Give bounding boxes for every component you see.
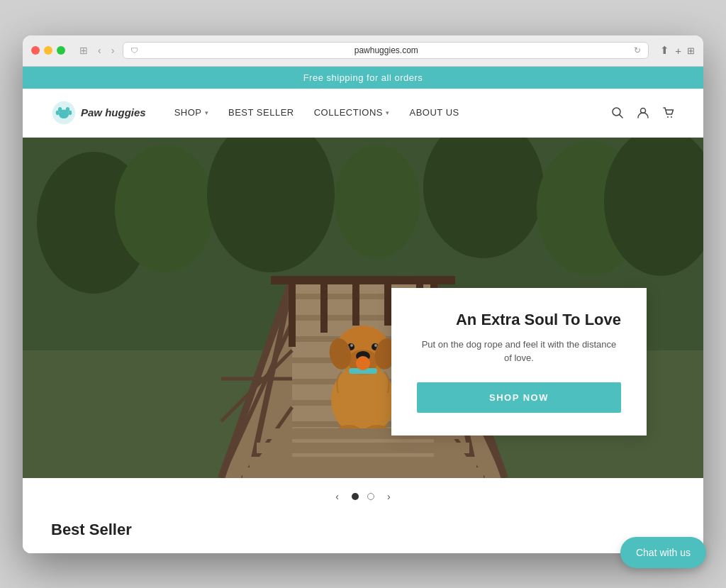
carousel-dot-1[interactable] <box>352 493 359 500</box>
carousel-next-button[interactable]: › <box>383 489 395 504</box>
nav-about-us[interactable]: ABOUT US <box>409 107 459 118</box>
shield-icon: 🛡 <box>130 46 138 55</box>
forward-button[interactable]: › <box>108 43 118 57</box>
svg-point-56 <box>374 344 377 347</box>
main-nav: SHOP ▾ BEST SELLER COLLECTIONS ▾ ABOUT U… <box>174 107 611 118</box>
nav-best-seller[interactable]: BEST SELLER <box>228 107 294 118</box>
sidebar-toggle-icon[interactable]: ⊞ <box>77 43 91 57</box>
hero-card: An Extra Soul To Love Put on the dog rop… <box>391 288 647 436</box>
carousel-prev-button[interactable]: ‹ <box>331 489 343 504</box>
announcement-text: Free shipping for all orders <box>303 72 423 83</box>
grid-icon[interactable]: ⊞ <box>687 45 695 56</box>
svg-point-10 <box>671 116 672 118</box>
collections-chevron-icon: ▾ <box>386 109 390 116</box>
svg-rect-46 <box>384 276 391 326</box>
svg-line-7 <box>620 114 623 118</box>
carousel-navigation: ‹ › <box>23 478 703 515</box>
chat-button[interactable]: Chat with us <box>620 537 706 568</box>
site-header: Paw huggies SHOP ▾ BEST SELLER COLLECTIO… <box>23 89 703 138</box>
svg-point-5 <box>69 110 72 114</box>
search-icon[interactable] <box>611 106 624 119</box>
logo-name: Paw huggies <box>81 106 146 119</box>
svg-rect-65 <box>250 457 476 467</box>
account-icon[interactable] <box>637 106 649 119</box>
maximize-button[interactable] <box>57 46 65 55</box>
svg-rect-42 <box>271 276 455 284</box>
hero-card-title: An Extra Soul To Love <box>417 311 621 329</box>
browser-titlebar: ⊞ ‹ › 🛡 pawhuggies.com ↻ ⬆ + ⊞ <box>23 35 703 67</box>
logo[interactable]: Paw huggies <box>51 100 146 126</box>
best-seller-title: Best Seller <box>51 521 675 539</box>
hero-section: An Extra Soul To Love Put on the dog rop… <box>23 138 703 478</box>
nav-about-us-label: ABOUT US <box>409 107 459 118</box>
svg-rect-43 <box>289 276 296 347</box>
address-bar[interactable]: 🛡 pawhuggies.com ↻ <box>123 42 649 59</box>
url-display: pawhuggies.com <box>143 45 630 55</box>
browser-controls: ⊞ ‹ › <box>77 43 117 57</box>
nav-shop-label: SHOP <box>174 107 202 118</box>
svg-rect-66 <box>242 467 484 478</box>
nav-shop[interactable]: SHOP ▾ <box>174 107 208 118</box>
logo-icon <box>51 100 77 126</box>
close-button[interactable] <box>31 46 40 55</box>
svg-point-55 <box>350 344 353 347</box>
hero-card-subtitle: Put on the dog rope and feel it with the… <box>417 338 621 365</box>
svg-point-14 <box>115 145 214 272</box>
shop-chevron-icon: ▾ <box>205 109 209 116</box>
svg-rect-45 <box>352 276 359 326</box>
announcement-bar: Free shipping for all orders <box>23 67 703 89</box>
nav-collections-label: COLLECTIONS <box>314 107 383 118</box>
best-seller-section: Best Seller <box>23 515 703 553</box>
minimize-button[interactable] <box>44 46 52 55</box>
svg-rect-44 <box>320 276 328 333</box>
svg-point-60 <box>356 356 370 370</box>
new-tab-icon[interactable]: + <box>675 45 681 57</box>
website-content: Free shipping for all orders Paw huggies <box>23 67 703 553</box>
cart-icon[interactable] <box>662 106 675 119</box>
share-icon[interactable]: ⬆ <box>660 44 669 57</box>
browser-actions: ⬆ + ⊞ <box>660 44 695 57</box>
reload-icon[interactable]: ↻ <box>634 45 641 55</box>
svg-point-9 <box>667 116 669 118</box>
nav-icons <box>611 106 675 119</box>
shop-now-button[interactable]: SHOP NOW <box>417 382 621 413</box>
svg-point-4 <box>56 110 60 114</box>
svg-point-16 <box>335 145 420 258</box>
browser-window: ⊞ ‹ › 🛡 pawhuggies.com ↻ ⬆ + ⊞ Free ship… <box>23 35 703 553</box>
back-button[interactable]: ‹ <box>95 43 104 57</box>
logo-text-block: Paw huggies <box>81 106 146 119</box>
svg-rect-64 <box>257 443 469 453</box>
nav-collections[interactable]: COLLECTIONS ▾ <box>314 107 390 118</box>
traffic-lights <box>31 46 65 55</box>
nav-best-seller-label: BEST SELLER <box>228 107 294 118</box>
carousel-dot-2[interactable] <box>367 493 374 500</box>
